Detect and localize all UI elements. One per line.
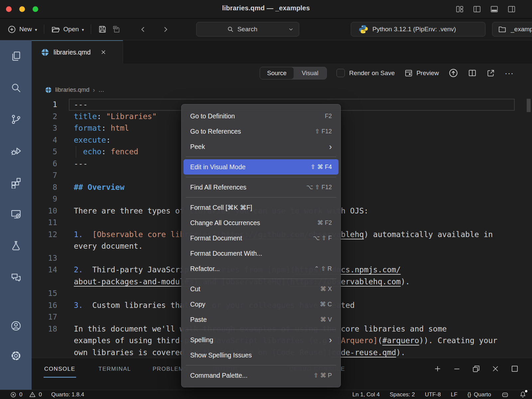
layout-picker-icon[interactable] bbox=[455, 5, 464, 14]
activity-item-source-control[interactable] bbox=[0, 103, 32, 135]
remote-explorer-icon[interactable] bbox=[10, 208, 22, 220]
code-text: --- bbox=[74, 158, 88, 170]
render-on-save-checkbox[interactable] bbox=[336, 69, 345, 77]
activity-item-testing[interactable] bbox=[0, 230, 32, 261]
line-number: 3 bbox=[32, 122, 57, 134]
menu-item-change-all-occurrences[interactable]: Change All Occurrences⌘ F2 bbox=[182, 215, 340, 230]
settings-icon[interactable] bbox=[10, 350, 22, 362]
notifications-bell-icon[interactable] bbox=[519, 391, 527, 398]
menu-item-format-document[interactable]: Format Document⌥ ⇧ F bbox=[182, 230, 340, 246]
menu-item-spelling[interactable]: Spelling› bbox=[182, 332, 340, 347]
new-button[interactable]: New ▾ bbox=[7, 25, 37, 34]
search-icon[interactable] bbox=[10, 82, 22, 94]
line-number: 12 bbox=[32, 229, 57, 241]
panel-tab-terminal[interactable]: TERMINAL bbox=[98, 366, 131, 372]
render-document-icon[interactable] bbox=[449, 68, 458, 78]
activity-item-files[interactable] bbox=[0, 40, 32, 72]
language-mode-status[interactable]: {} Quarto bbox=[467, 391, 491, 398]
code-text: title: "Libraries" bbox=[74, 111, 157, 123]
menu-item-refactor[interactable]: Refactor...⌃ ⇧ R bbox=[182, 261, 340, 276]
code-text: echo: fenced bbox=[74, 146, 138, 158]
eol-status[interactable]: LF bbox=[451, 391, 458, 398]
menu-item-peek[interactable]: Peek› bbox=[182, 139, 340, 154]
line-number: 16 bbox=[32, 300, 57, 312]
assistant-icon[interactable] bbox=[501, 391, 509, 399]
breadcrumb-more[interactable]: … bbox=[98, 86, 104, 93]
toggle-sidebar-icon[interactable] bbox=[472, 5, 481, 14]
breadcrumb-file[interactable]: libraries.qmd bbox=[55, 86, 89, 93]
testing-icon[interactable] bbox=[10, 240, 22, 252]
preview-label: Preview bbox=[416, 69, 439, 77]
interpreter-selector[interactable]: Python 3.12.1 (PipEnv: .venv) bbox=[351, 22, 485, 37]
activity-item-extensions[interactable] bbox=[0, 167, 32, 198]
close-tab-icon[interactable] bbox=[100, 49, 107, 56]
menu-separator bbox=[182, 363, 340, 368]
source-control-icon[interactable] bbox=[10, 113, 22, 125]
extensions-icon[interactable] bbox=[10, 177, 22, 189]
workspace-button[interactable]: _examples bbox=[492, 22, 532, 37]
panel-add-icon[interactable] bbox=[433, 364, 442, 373]
activity-item-comments[interactable] bbox=[0, 261, 32, 293]
activity-item-search[interactable] bbox=[0, 72, 32, 103]
activity-bar bbox=[0, 40, 32, 390]
panel-restore-icon[interactable] bbox=[471, 364, 481, 373]
menu-item-command-palette[interactable]: Command Palette...⇧ ⌘ P bbox=[182, 368, 340, 383]
panel-tab-console[interactable]: CONSOLE bbox=[44, 366, 75, 372]
status-bar: 0 0 Quarto: 1.8.4 Ln 1, Col 4 Spaces: 2 … bbox=[0, 390, 532, 399]
open-button[interactable]: Open ▾ bbox=[51, 25, 84, 34]
problems-status[interactable]: 0 0 bbox=[10, 391, 42, 398]
indentation-status[interactable]: Spaces: 2 bbox=[390, 391, 415, 398]
menu-item-go-to-definition[interactable]: Go to DefinitionF2 bbox=[182, 108, 340, 124]
menu-item-format-cell-k-f[interactable]: Format Cell [⌘K ⌘F] bbox=[182, 200, 340, 215]
toggle-source[interactable]: Source bbox=[260, 67, 294, 79]
split-editor-icon[interactable] bbox=[468, 68, 477, 77]
menu-item-go-to-references[interactable]: Go to References⇧ F12 bbox=[182, 124, 340, 139]
encoding-status[interactable]: UTF-8 bbox=[425, 391, 441, 398]
toggle-panel-icon[interactable] bbox=[490, 5, 499, 14]
toggle-secondary-sidebar-icon[interactable] bbox=[507, 5, 516, 14]
menu-item-paste[interactable]: Paste⌘ V bbox=[182, 312, 340, 327]
panel-minimize-icon[interactable] bbox=[452, 364, 462, 373]
menu-item-show-spelling-issues[interactable]: Show Spelling Issues bbox=[182, 347, 340, 363]
cursor-position-status[interactable]: Ln 1, Col 4 bbox=[352, 391, 380, 398]
open-in-new-window-icon[interactable] bbox=[486, 69, 495, 77]
files-icon[interactable] bbox=[10, 50, 22, 62]
run-debug-icon[interactable] bbox=[10, 145, 22, 157]
line-number: 17 bbox=[32, 311, 57, 323]
more-actions-icon[interactable]: ··· bbox=[505, 68, 514, 78]
back-button[interactable] bbox=[139, 25, 147, 34]
tab-libraries-qmd[interactable]: libraries.qmd bbox=[32, 40, 123, 64]
render-on-save-label: Render on Save bbox=[349, 69, 395, 77]
warning-count: 0 bbox=[39, 391, 42, 398]
preview-button[interactable]: Preview bbox=[404, 69, 439, 77]
account-icon[interactable] bbox=[10, 320, 22, 332]
menu-item-format-document-with[interactable]: Format Document With... bbox=[182, 246, 340, 261]
menu-item-find-all-references[interactable]: Find All References⌥ ⇧ F12 bbox=[182, 180, 340, 195]
forward-button[interactable] bbox=[161, 25, 170, 34]
activity-item-run-debug[interactable] bbox=[0, 135, 32, 167]
comments-icon[interactable] bbox=[10, 271, 22, 283]
menu-item-edit-in-visual-mode[interactable]: Edit in Visual Mode⇧ ⌘ F4 bbox=[184, 159, 338, 175]
braces-icon: {} bbox=[467, 391, 471, 398]
line-number: 14 bbox=[32, 264, 57, 276]
notification-badge bbox=[525, 390, 527, 392]
divider bbox=[44, 25, 44, 34]
chevron-down-icon: ▾ bbox=[35, 27, 37, 32]
save-all-icon[interactable] bbox=[112, 25, 121, 34]
menu-item-cut[interactable]: Cut⌘ X bbox=[182, 281, 340, 297]
menu-separator bbox=[182, 327, 340, 332]
quarto-version-status[interactable]: Quarto: 1.8.4 bbox=[51, 391, 84, 398]
save-icon[interactable] bbox=[98, 25, 107, 34]
breadcrumb[interactable]: libraries.qmd › … bbox=[32, 82, 532, 97]
panel-maximize-icon[interactable] bbox=[510, 364, 519, 373]
search-input[interactable]: Search bbox=[196, 22, 299, 37]
new-button-label: New bbox=[19, 26, 32, 33]
source-visual-toggle[interactable]: Source Visual bbox=[260, 67, 327, 79]
menu-item-copy[interactable]: Copy⌘ C bbox=[182, 297, 340, 312]
toggle-visual[interactable]: Visual bbox=[294, 67, 327, 79]
activity-item-remote-explorer[interactable] bbox=[0, 198, 32, 230]
search-dropdown-chevron-icon[interactable] bbox=[288, 26, 294, 33]
panel-close-icon[interactable] bbox=[491, 364, 500, 373]
line-number: 8 bbox=[32, 182, 57, 194]
divider bbox=[91, 25, 91, 34]
